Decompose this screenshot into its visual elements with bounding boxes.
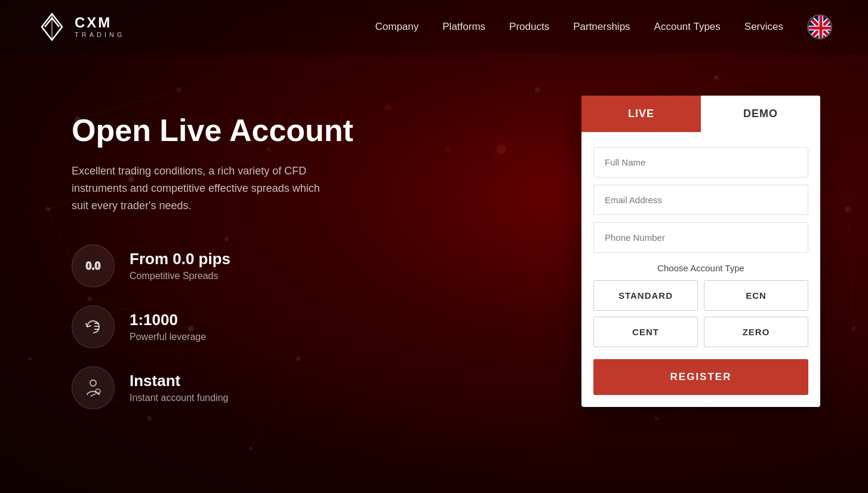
features-list: 0.0 From 0.0 pips Competitive Spreads <box>72 244 400 409</box>
account-type-section: Choose Account Type STANDARD ECN CENT ZE… <box>593 263 808 347</box>
language-selector[interactable] <box>807 14 832 39</box>
tab-live[interactable]: LIVE <box>581 96 701 132</box>
register-button[interactable]: REGISTER <box>593 359 808 395</box>
feature-instant-text: Instant Instant account funding <box>130 372 228 403</box>
svg-point-61 <box>90 380 96 386</box>
logo-trading-text: TRADING <box>75 31 125 38</box>
feature-pips: 0.0 From 0.0 pips Competitive Spreads <box>72 244 400 287</box>
logo-text: CXM TRADING <box>75 16 125 38</box>
svg-rect-56 <box>808 27 832 30</box>
pips-icon-circle: 0.0 <box>72 244 115 287</box>
leverage-icon <box>82 316 104 338</box>
feature-leverage-text: 1:1000 Powerful leverage <box>130 311 206 342</box>
nav-platforms[interactable]: Platforms <box>442 21 485 33</box>
feature-instant: Instant Instant account funding <box>72 366 400 409</box>
feature-pips-label: Competitive Spreads <box>130 271 230 281</box>
form-body: Choose Account Type STANDARD ECN CENT ZE… <box>581 132 820 407</box>
feature-leverage-label: Powerful leverage <box>130 332 206 342</box>
header: CXM TRADING Company Platforms Products P… <box>0 0 868 54</box>
account-type-cent[interactable]: CENT <box>593 317 698 347</box>
feature-pips-value: From 0.0 pips <box>130 250 230 268</box>
account-type-grid: STANDARD ECN CENT ZERO <box>593 280 808 347</box>
main-nav: Company Platforms Products Partnerships … <box>375 14 832 39</box>
account-type-ecn[interactable]: ECN <box>704 280 808 311</box>
tab-demo[interactable]: DEMO <box>701 96 820 132</box>
nav-partnerships[interactable]: Partnerships <box>573 21 630 33</box>
account-type-label: Choose Account Type <box>593 263 808 273</box>
form-tabs: LIVE DEMO <box>581 96 820 132</box>
feature-instant-value: Instant <box>130 372 228 390</box>
page-subtitle: Excellent trading conditions, a rich var… <box>72 163 322 214</box>
feature-instant-label: Instant account funding <box>130 393 228 403</box>
instant-icon-circle <box>72 366 115 409</box>
feature-leverage: 1:1000 Powerful leverage <box>72 305 400 348</box>
funding-icon <box>82 377 104 399</box>
nav-services[interactable]: Services <box>744 21 783 33</box>
nav-products[interactable]: Products <box>509 21 549 33</box>
nav-account-types[interactable]: Account Types <box>654 21 721 33</box>
logo-icon <box>36 11 69 44</box>
account-type-zero[interactable]: ZERO <box>704 317 808 347</box>
email-input[interactable] <box>593 185 808 215</box>
page-title: Open Live Account <box>72 114 400 148</box>
feature-leverage-value: 1:1000 <box>130 311 206 329</box>
feature-pips-text: From 0.0 pips Competitive Spreads <box>130 250 230 281</box>
svg-text:0.0: 0.0 <box>85 260 100 272</box>
left-panel: Open Live Account Excellent trading cond… <box>72 90 400 409</box>
leverage-icon-circle <box>72 305 115 348</box>
nav-company[interactable]: Company <box>375 21 419 33</box>
logo-cxm-text: CXM <box>75 16 125 30</box>
main-content: Open Live Account Excellent trading cond… <box>0 54 868 493</box>
phone-input[interactable] <box>593 222 808 253</box>
registration-form: LIVE DEMO Choose Account Type STANDARD E… <box>581 96 820 407</box>
logo[interactable]: CXM TRADING <box>36 11 125 44</box>
full-name-input[interactable] <box>593 147 808 177</box>
account-type-standard[interactable]: STANDARD <box>593 280 698 311</box>
pips-icon: 0.0 <box>82 255 104 277</box>
